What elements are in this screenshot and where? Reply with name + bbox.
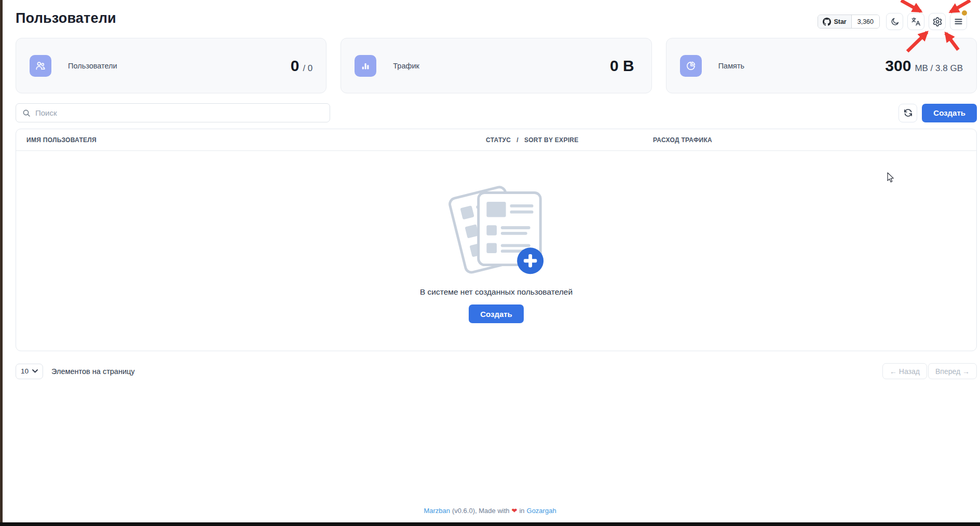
stat-card-memory: Память 300MB / 3.8 GB bbox=[666, 38, 977, 93]
settings-button[interactable] bbox=[929, 13, 946, 30]
moon-icon bbox=[890, 17, 900, 26]
theme-toggle-button[interactable] bbox=[886, 13, 903, 30]
translate-icon bbox=[911, 17, 921, 26]
gear-icon bbox=[933, 17, 942, 26]
heart-icon: ❤ bbox=[512, 507, 518, 515]
pie-chart-icon bbox=[680, 55, 702, 77]
next-page-button[interactable]: Вперед → bbox=[928, 363, 977, 379]
footer-in-text: in bbox=[519, 507, 524, 515]
footer-brand-link[interactable]: Marzban bbox=[424, 507, 450, 515]
github-star-segment[interactable]: Star bbox=[818, 15, 851, 28]
page-size-value: 10 bbox=[21, 367, 29, 375]
column-username[interactable]: ИМЯ ПОЛЬЗОВАТЕЛЯ bbox=[16, 136, 486, 144]
refresh-button[interactable] bbox=[899, 104, 917, 122]
stat-card-label: Память bbox=[718, 62, 745, 70]
column-traffic[interactable]: РАСХОД ТРАФИКА bbox=[653, 136, 976, 144]
stat-card-value: 0/ 0 bbox=[291, 57, 313, 75]
github-star-count[interactable]: 3,360 bbox=[852, 15, 879, 28]
menu-notification-badge bbox=[962, 10, 967, 16]
column-status-expire[interactable]: СТАТУС / SORT BY EXPIRE bbox=[486, 136, 653, 144]
users-icon bbox=[30, 55, 51, 77]
table-header-row: ИМЯ ПОЛЬЗОВАТЕЛЯ СТАТУС / SORT BY EXPIRE… bbox=[16, 129, 976, 151]
bottom-bar bbox=[0, 522, 980, 526]
column-sort-by-expire-label[interactable]: SORT BY EXPIRE bbox=[524, 136, 579, 144]
empty-state-message: В системе нет созданных пользователей bbox=[420, 287, 573, 297]
add-circle-icon bbox=[517, 247, 543, 274]
footer-org-link[interactable]: Gozargah bbox=[527, 507, 556, 515]
search-box[interactable] bbox=[16, 103, 330, 122]
users-toolbar: Создать bbox=[16, 103, 977, 122]
stat-card-users: Пользователи 0/ 0 bbox=[16, 38, 326, 93]
left-edge-strip bbox=[0, 0, 3, 526]
empty-documents-illustration bbox=[442, 178, 551, 280]
menu-button[interactable] bbox=[950, 13, 967, 30]
search-input[interactable] bbox=[35, 108, 323, 117]
github-icon bbox=[823, 18, 831, 26]
prev-page-button[interactable]: ← Назад bbox=[882, 363, 927, 379]
footer: Marzban(v0.6.0), Made with❤inGozargah bbox=[0, 507, 980, 515]
pagination-bar: 10 Элементов на страницу ← Назад Вперед … bbox=[16, 363, 977, 379]
empty-state: В системе нет созданных пользователей Со… bbox=[420, 178, 573, 323]
chevron-down-icon bbox=[32, 369, 38, 373]
users-table: ИМЯ ПОЛЬЗОВАТЕЛЯ СТАТУС / SORT BY EXPIRE… bbox=[16, 129, 977, 351]
bar-chart-icon bbox=[355, 55, 376, 77]
footer-version-text: (v0.6.0), Made with bbox=[452, 507, 510, 515]
create-user-button[interactable]: Создать bbox=[922, 104, 977, 122]
stat-card-traffic: Трафик 0 B bbox=[341, 38, 651, 93]
hamburger-menu-icon bbox=[954, 17, 963, 26]
table-body: В системе нет созданных пользователей Со… bbox=[16, 151, 976, 351]
github-star-button[interactable]: Star 3,360 bbox=[818, 15, 880, 29]
refresh-icon bbox=[904, 108, 913, 117]
stat-card-value: 300MB / 3.8 GB bbox=[885, 57, 963, 75]
stat-card-label: Трафик bbox=[393, 62, 419, 70]
page-size-label: Элементов на страницу bbox=[51, 367, 135, 376]
github-star-label: Star bbox=[834, 18, 846, 25]
stat-cards: Пользователи 0/ 0 Трафик 0 B Память 300M… bbox=[16, 38, 977, 93]
stat-card-label: Пользователи bbox=[68, 62, 117, 70]
empty-create-button[interactable]: Создать bbox=[469, 304, 524, 323]
column-status-label[interactable]: СТАТУС bbox=[486, 136, 511, 144]
stat-card-value: 0 B bbox=[610, 57, 638, 75]
topbar-controls: Star 3,360 bbox=[818, 13, 967, 30]
column-divider: / bbox=[516, 136, 519, 144]
search-icon bbox=[22, 109, 31, 117]
page-size-select[interactable]: 10 bbox=[16, 364, 43, 379]
language-button[interactable] bbox=[907, 13, 924, 30]
